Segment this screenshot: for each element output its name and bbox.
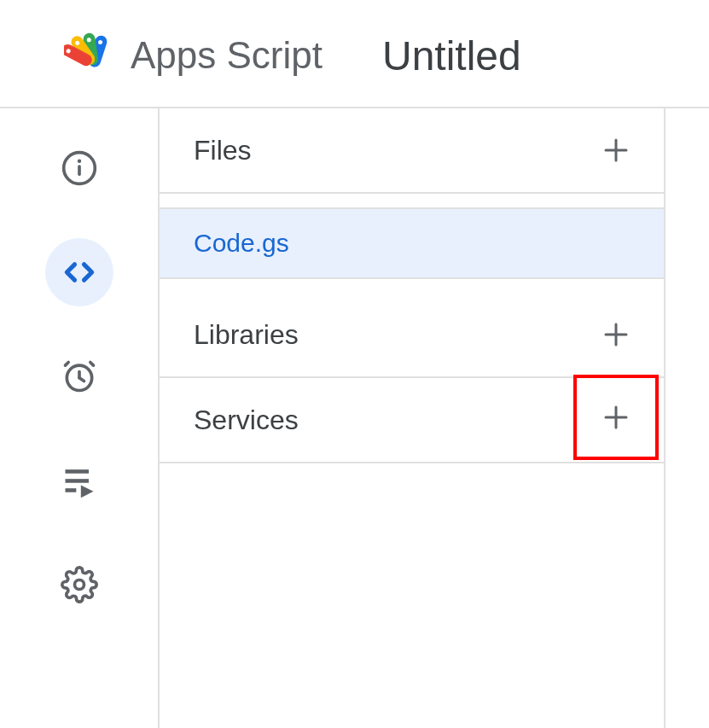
files-title: Files (194, 135, 252, 166)
files-section-header: Files (160, 108, 664, 194)
side-panel: Files Code.gs Libraries Servi (158, 108, 665, 728)
nav-executions[interactable] (45, 446, 113, 515)
app-name: Apps Script (131, 34, 323, 77)
svg-point-10 (77, 160, 80, 163)
libraries-title: Libraries (194, 319, 299, 351)
svg-line-13 (79, 378, 84, 381)
gear-icon (61, 566, 98, 603)
svg-line-15 (90, 363, 93, 366)
project-name[interactable]: Untitled (382, 32, 521, 79)
services-title: Services (194, 405, 299, 436)
svg-rect-16 (65, 469, 89, 474)
code-icon (61, 253, 98, 291)
apps-script-logo-icon (64, 30, 115, 81)
nav-settings[interactable] (45, 550, 113, 619)
svg-marker-19 (80, 486, 93, 498)
libraries-section-header: Libraries (160, 293, 664, 378)
plus-icon (601, 135, 631, 166)
svg-rect-18 (65, 488, 76, 492)
svg-line-14 (65, 363, 68, 366)
spacer (160, 277, 664, 293)
executions-icon (61, 462, 98, 499)
add-service-button[interactable] (594, 395, 638, 440)
file-name: Code.gs (194, 229, 289, 258)
nav-overview[interactable] (45, 134, 113, 202)
add-library-button[interactable] (594, 312, 638, 357)
add-service-button-highlighted[interactable] (573, 375, 659, 460)
alarm-icon (61, 358, 98, 395)
add-file-button[interactable] (594, 128, 638, 172)
nav-triggers[interactable] (45, 342, 113, 411)
nav-editor[interactable] (45, 238, 113, 306)
empty-area (160, 463, 664, 728)
info-icon (61, 149, 98, 187)
header: Apps Script Untitled (0, 0, 709, 107)
spacer (160, 194, 664, 209)
file-item-code-gs[interactable]: Code.gs (160, 209, 664, 277)
plus-icon (601, 402, 631, 433)
main-container: Files Code.gs Libraries Servi (0, 107, 709, 728)
plus-icon (601, 319, 631, 350)
svg-point-20 (74, 580, 84, 590)
services-section-header: Services (160, 378, 664, 463)
nav-rail (0, 108, 158, 728)
svg-rect-17 (65, 479, 89, 483)
